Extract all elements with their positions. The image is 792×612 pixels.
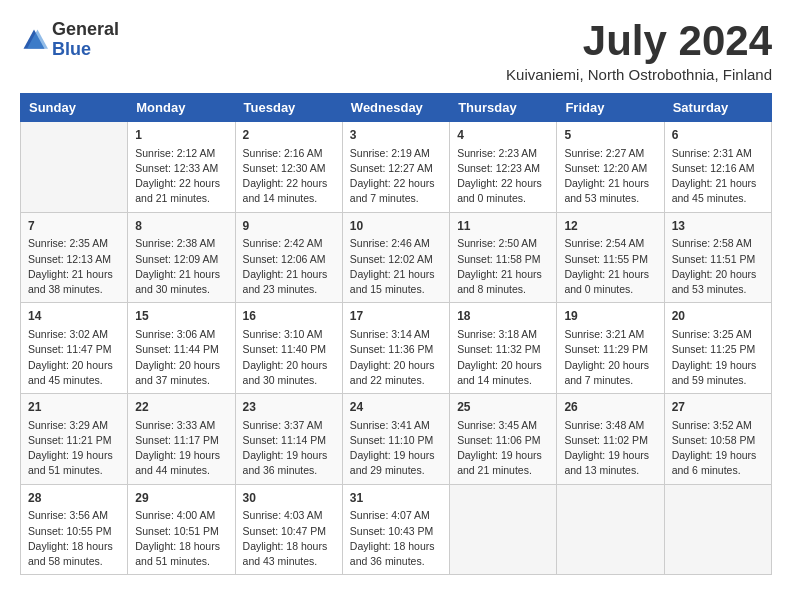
day-cell: 8Sunrise: 2:38 AM Sunset: 12:09 AM Dayli… <box>128 212 235 303</box>
day-number: 26 <box>564 399 656 416</box>
logo-general: General <box>52 20 119 40</box>
day-header-monday: Monday <box>128 94 235 122</box>
day-number: 13 <box>672 218 764 235</box>
day-info: Sunrise: 4:07 AM Sunset: 10:43 PM Daylig… <box>350 508 442 569</box>
day-header-sunday: Sunday <box>21 94 128 122</box>
day-number: 3 <box>350 127 442 144</box>
logo-text: General Blue <box>52 20 119 60</box>
day-info: Sunrise: 2:50 AM Sunset: 11:58 PM Daylig… <box>457 236 549 297</box>
day-cell: 26Sunrise: 3:48 AM Sunset: 11:02 PM Dayl… <box>557 394 664 485</box>
day-info: Sunrise: 3:06 AM Sunset: 11:44 PM Daylig… <box>135 327 227 388</box>
day-number: 28 <box>28 490 120 507</box>
day-info: Sunrise: 4:03 AM Sunset: 10:47 PM Daylig… <box>243 508 335 569</box>
day-number: 1 <box>135 127 227 144</box>
day-cell <box>664 484 771 575</box>
day-number: 5 <box>564 127 656 144</box>
day-info: Sunrise: 2:35 AM Sunset: 12:13 AM Daylig… <box>28 236 120 297</box>
day-cell <box>557 484 664 575</box>
day-info: Sunrise: 3:02 AM Sunset: 11:47 PM Daylig… <box>28 327 120 388</box>
day-number: 20 <box>672 308 764 325</box>
day-info: Sunrise: 3:14 AM Sunset: 11:36 PM Daylig… <box>350 327 442 388</box>
day-info: Sunrise: 4:00 AM Sunset: 10:51 PM Daylig… <box>135 508 227 569</box>
week-row-5: 28Sunrise: 3:56 AM Sunset: 10:55 PM Dayl… <box>21 484 772 575</box>
day-header-saturday: Saturday <box>664 94 771 122</box>
day-cell: 29Sunrise: 4:00 AM Sunset: 10:51 PM Dayl… <box>128 484 235 575</box>
day-number: 18 <box>457 308 549 325</box>
day-header-tuesday: Tuesday <box>235 94 342 122</box>
day-info: Sunrise: 2:38 AM Sunset: 12:09 AM Daylig… <box>135 236 227 297</box>
day-cell <box>21 122 128 213</box>
calendar-table: SundayMondayTuesdayWednesdayThursdayFrid… <box>20 93 772 575</box>
day-cell: 9Sunrise: 2:42 AM Sunset: 12:06 AM Dayli… <box>235 212 342 303</box>
day-info: Sunrise: 3:21 AM Sunset: 11:29 PM Daylig… <box>564 327 656 388</box>
day-info: Sunrise: 3:56 AM Sunset: 10:55 PM Daylig… <box>28 508 120 569</box>
day-cell: 16Sunrise: 3:10 AM Sunset: 11:40 PM Dayl… <box>235 303 342 394</box>
day-info: Sunrise: 3:41 AM Sunset: 11:10 PM Daylig… <box>350 418 442 479</box>
day-cell: 4Sunrise: 2:23 AM Sunset: 12:23 AM Dayli… <box>450 122 557 213</box>
day-info: Sunrise: 3:52 AM Sunset: 10:58 PM Daylig… <box>672 418 764 479</box>
day-cell: 20Sunrise: 3:25 AM Sunset: 11:25 PM Dayl… <box>664 303 771 394</box>
day-cell: 12Sunrise: 2:54 AM Sunset: 11:55 PM Dayl… <box>557 212 664 303</box>
day-number: 16 <box>243 308 335 325</box>
day-info: Sunrise: 2:23 AM Sunset: 12:23 AM Daylig… <box>457 146 549 207</box>
day-info: Sunrise: 3:48 AM Sunset: 11:02 PM Daylig… <box>564 418 656 479</box>
days-header-row: SundayMondayTuesdayWednesdayThursdayFrid… <box>21 94 772 122</box>
page-header: General Blue July 2024 Kuivaniemi, North… <box>20 20 772 83</box>
day-cell: 30Sunrise: 4:03 AM Sunset: 10:47 PM Dayl… <box>235 484 342 575</box>
day-number: 19 <box>564 308 656 325</box>
day-cell: 10Sunrise: 2:46 AM Sunset: 12:02 AM Dayl… <box>342 212 449 303</box>
week-row-3: 14Sunrise: 3:02 AM Sunset: 11:47 PM Dayl… <box>21 303 772 394</box>
day-cell: 13Sunrise: 2:58 AM Sunset: 11:51 PM Dayl… <box>664 212 771 303</box>
day-number: 14 <box>28 308 120 325</box>
day-cell: 14Sunrise: 3:02 AM Sunset: 11:47 PM Dayl… <box>21 303 128 394</box>
day-number: 17 <box>350 308 442 325</box>
day-info: Sunrise: 2:46 AM Sunset: 12:02 AM Daylig… <box>350 236 442 297</box>
day-number: 24 <box>350 399 442 416</box>
day-number: 9 <box>243 218 335 235</box>
day-number: 22 <box>135 399 227 416</box>
day-cell: 25Sunrise: 3:45 AM Sunset: 11:06 PM Dayl… <box>450 394 557 485</box>
week-row-2: 7Sunrise: 2:35 AM Sunset: 12:13 AM Dayli… <box>21 212 772 303</box>
day-cell: 1Sunrise: 2:12 AM Sunset: 12:33 AM Dayli… <box>128 122 235 213</box>
logo-icon <box>20 26 48 54</box>
day-number: 31 <box>350 490 442 507</box>
day-header-wednesday: Wednesday <box>342 94 449 122</box>
week-row-4: 21Sunrise: 3:29 AM Sunset: 11:21 PM Dayl… <box>21 394 772 485</box>
day-info: Sunrise: 2:27 AM Sunset: 12:20 AM Daylig… <box>564 146 656 207</box>
day-info: Sunrise: 2:16 AM Sunset: 12:30 AM Daylig… <box>243 146 335 207</box>
day-cell: 21Sunrise: 3:29 AM Sunset: 11:21 PM Dayl… <box>21 394 128 485</box>
day-number: 2 <box>243 127 335 144</box>
week-row-1: 1Sunrise: 2:12 AM Sunset: 12:33 AM Dayli… <box>21 122 772 213</box>
day-info: Sunrise: 3:37 AM Sunset: 11:14 PM Daylig… <box>243 418 335 479</box>
day-cell: 28Sunrise: 3:56 AM Sunset: 10:55 PM Dayl… <box>21 484 128 575</box>
day-number: 6 <box>672 127 764 144</box>
day-info: Sunrise: 2:54 AM Sunset: 11:55 PM Daylig… <box>564 236 656 297</box>
day-number: 12 <box>564 218 656 235</box>
day-info: Sunrise: 3:33 AM Sunset: 11:17 PM Daylig… <box>135 418 227 479</box>
day-number: 7 <box>28 218 120 235</box>
day-cell: 2Sunrise: 2:16 AM Sunset: 12:30 AM Dayli… <box>235 122 342 213</box>
day-header-friday: Friday <box>557 94 664 122</box>
day-number: 21 <box>28 399 120 416</box>
day-info: Sunrise: 3:10 AM Sunset: 11:40 PM Daylig… <box>243 327 335 388</box>
day-number: 27 <box>672 399 764 416</box>
day-cell: 19Sunrise: 3:21 AM Sunset: 11:29 PM Dayl… <box>557 303 664 394</box>
day-info: Sunrise: 3:45 AM Sunset: 11:06 PM Daylig… <box>457 418 549 479</box>
day-cell: 11Sunrise: 2:50 AM Sunset: 11:58 PM Dayl… <box>450 212 557 303</box>
day-number: 30 <box>243 490 335 507</box>
day-number: 25 <box>457 399 549 416</box>
day-header-thursday: Thursday <box>450 94 557 122</box>
logo-blue: Blue <box>52 40 119 60</box>
day-number: 4 <box>457 127 549 144</box>
title-block: July 2024 Kuivaniemi, North Ostrobothnia… <box>506 20 772 83</box>
day-cell: 31Sunrise: 4:07 AM Sunset: 10:43 PM Dayl… <box>342 484 449 575</box>
day-cell: 7Sunrise: 2:35 AM Sunset: 12:13 AM Dayli… <box>21 212 128 303</box>
day-info: Sunrise: 2:31 AM Sunset: 12:16 AM Daylig… <box>672 146 764 207</box>
day-cell: 27Sunrise: 3:52 AM Sunset: 10:58 PM Dayl… <box>664 394 771 485</box>
day-cell: 18Sunrise: 3:18 AM Sunset: 11:32 PM Dayl… <box>450 303 557 394</box>
day-info: Sunrise: 3:25 AM Sunset: 11:25 PM Daylig… <box>672 327 764 388</box>
day-info: Sunrise: 2:19 AM Sunset: 12:27 AM Daylig… <box>350 146 442 207</box>
day-info: Sunrise: 3:29 AM Sunset: 11:21 PM Daylig… <box>28 418 120 479</box>
day-cell <box>450 484 557 575</box>
day-cell: 23Sunrise: 3:37 AM Sunset: 11:14 PM Dayl… <box>235 394 342 485</box>
